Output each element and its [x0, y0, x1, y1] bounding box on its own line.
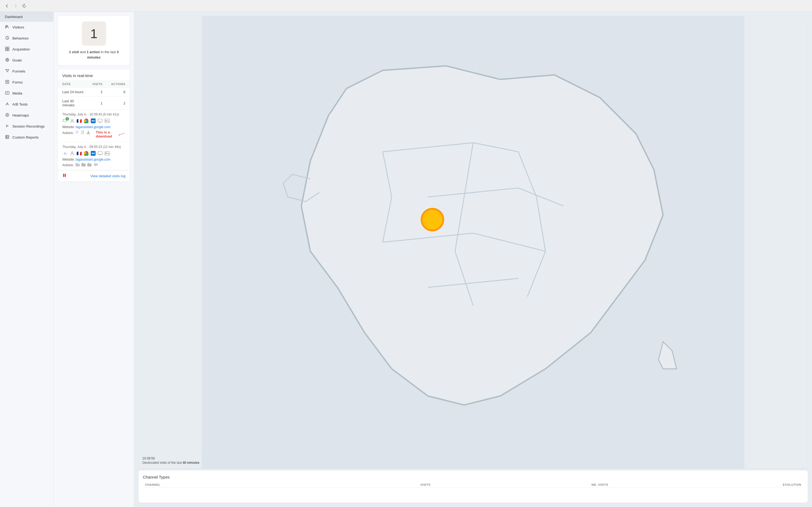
- sidebar: Dashboard Visitors Behaviour: [0, 12, 54, 507]
- chrome-icon: [83, 118, 89, 124]
- bottom-bar: View detailed visits log: [58, 170, 130, 181]
- desktop-icon: [97, 118, 103, 124]
- sidebar-item-acquisition[interactable]: Acquisition: [0, 44, 53, 55]
- channel-table: CHANNEL VISITS NB. VISITS EVOLUTION: [143, 482, 803, 488]
- col-date: DATE: [58, 81, 88, 88]
- svg-point-40: [92, 153, 93, 154]
- visit-website-1: Website: tagassistant.google.com: [62, 125, 125, 129]
- realtime-card: Visits in real-time DATE VISITS ACTIONS …: [58, 69, 130, 181]
- svg-point-14: [7, 114, 8, 115]
- row-actions: 6: [107, 88, 130, 97]
- realtime-table: DATE VISITS ACTIONS Last 24 hours 2 6 La…: [58, 80, 130, 110]
- svg-rect-15: [6, 135, 9, 138]
- annotation-container: This is a download: [96, 130, 125, 138]
- stat-number: 1: [90, 26, 98, 41]
- svg-point-30: [106, 120, 107, 121]
- sidebar-item-dashboard[interactable]: Dashboard: [0, 12, 53, 22]
- row-label: Last 30 minutes: [58, 97, 88, 110]
- svg-rect-2: [5, 47, 7, 49]
- col-actions: ACTIONS: [107, 81, 130, 88]
- visit-actions-1: Actions:: [62, 130, 91, 135]
- channel-section: Channel Types CHANNEL VISITS NB. VISITS …: [138, 470, 808, 503]
- visitors-icon: [5, 25, 10, 30]
- heatmaps-icon: [5, 113, 10, 118]
- tag-icon: 1: [62, 118, 68, 124]
- session-recordings-icon: [5, 124, 10, 129]
- view-log-link[interactable]: View detailed visits log: [90, 174, 125, 178]
- chrome-icon-2: [83, 150, 89, 156]
- svg-rect-28: [98, 119, 102, 122]
- visit-entry-1: Thursday, July 4, - 10:39:43 (8 min 41s)…: [58, 110, 130, 142]
- sidebar-item-behaviour[interactable]: Behaviour: [0, 33, 53, 44]
- goals-icon: [5, 58, 10, 63]
- annotation-arrow-icon: [118, 131, 125, 137]
- svg-rect-42: [98, 152, 102, 154]
- row-actions: 2: [107, 97, 130, 110]
- custom-reports-icon: [5, 135, 10, 140]
- waveform-action-icon: [93, 163, 99, 167]
- france-map-svg: [138, 16, 808, 468]
- sidebar-item-custom-reports[interactable]: Custom Reports: [0, 132, 53, 143]
- sidebar-item-media[interactable]: Media: [0, 88, 53, 99]
- right-panel: 10:39:50 Geolocated visits of the last 4…: [134, 12, 812, 507]
- annotation-text: This is a download: [96, 130, 117, 138]
- sidebar-item-forms[interactable]: Forms: [0, 77, 53, 88]
- table-row: Last 30 minutes 1 2: [58, 97, 130, 110]
- svg-point-13: [6, 113, 9, 117]
- forward-button[interactable]: [13, 3, 18, 9]
- row-visits: 2: [88, 88, 107, 97]
- svg-point-0: [7, 25, 8, 27]
- svg-rect-51: [63, 174, 64, 177]
- map-description: Geolocated visits of the last 40 minutes: [142, 461, 199, 464]
- image-icon: [104, 118, 110, 124]
- col-visits: VISITS: [88, 81, 107, 88]
- svg-point-34: [71, 152, 73, 153]
- svg-point-41: [94, 153, 95, 154]
- download-action-icon: [86, 130, 91, 135]
- realtime-title: Visits in real-time: [58, 69, 130, 80]
- left-panel: 1 1 visit and 1 action in the last 3 min…: [54, 12, 134, 507]
- visit-website-2: Website: tagassistant.google.com: [62, 158, 125, 161]
- channel-title: Channel Types: [143, 475, 803, 480]
- table-row: Last 24 hours 2 6: [58, 88, 130, 97]
- svg-point-44: [106, 152, 107, 153]
- sidebar-item-funnels[interactable]: Funnels: [0, 66, 53, 77]
- france-flag-icon: 🇫🇷: [76, 118, 82, 124]
- visit-icons-1: 1 🇫🇷: [62, 118, 125, 124]
- svg-point-27: [94, 120, 95, 122]
- svg-rect-52: [65, 174, 66, 177]
- svg-rect-3: [7, 47, 9, 49]
- visit-timestamp-2: Thursday, July 4, - 09:55:23 (12 min 49s…: [62, 145, 125, 149]
- website-link-1[interactable]: tagassistant.google.com: [76, 125, 110, 129]
- svg-text:G: G: [64, 152, 67, 155]
- finder-icon-2: [90, 150, 96, 156]
- refresh-button[interactable]: [21, 3, 27, 9]
- map-overlay-text: 10:39:50 Geolocated visits of the last 4…: [142, 456, 199, 464]
- stat-description: 1 visit and 1 action in the last 3 minut…: [63, 49, 124, 60]
- forms-icon: [5, 80, 10, 85]
- user-icon: [69, 118, 75, 124]
- sidebar-item-session-recordings[interactable]: Session Recordings: [0, 121, 53, 132]
- folder-action-1: [75, 163, 80, 167]
- page-action-icon: [81, 130, 84, 135]
- svg-rect-39: [91, 151, 96, 156]
- sidebar-item-abtests[interactable]: A/B Tests: [0, 99, 53, 110]
- sidebar-item-visitors[interactable]: Visitors: [0, 22, 53, 33]
- pause-button[interactable]: [62, 173, 67, 179]
- badge: 1: [65, 117, 69, 121]
- sidebar-item-heatmaps[interactable]: Heatmaps: [0, 110, 53, 121]
- svg-rect-4: [5, 49, 7, 51]
- col-channel: CHANNEL: [143, 482, 310, 488]
- sidebar-item-goals[interactable]: Goals: [0, 55, 53, 66]
- image-icon-2: [104, 150, 110, 156]
- svg-point-24: [85, 120, 87, 122]
- acquisition-icon: [5, 47, 10, 52]
- col-nb-visits: NB. VISITS: [432, 482, 611, 488]
- col-visits: VISITS: [310, 482, 432, 488]
- stat-card: 1 1 visit and 1 action in the last 3 min…: [58, 16, 130, 65]
- back-button[interactable]: [4, 3, 10, 9]
- website-link-2[interactable]: tagassistant.google.com: [76, 158, 110, 161]
- map-section: 10:39:50 Geolocated visits of the last 4…: [138, 16, 808, 468]
- svg-point-26: [92, 120, 93, 122]
- france-flag-icon-2: 🇫🇷: [76, 150, 82, 156]
